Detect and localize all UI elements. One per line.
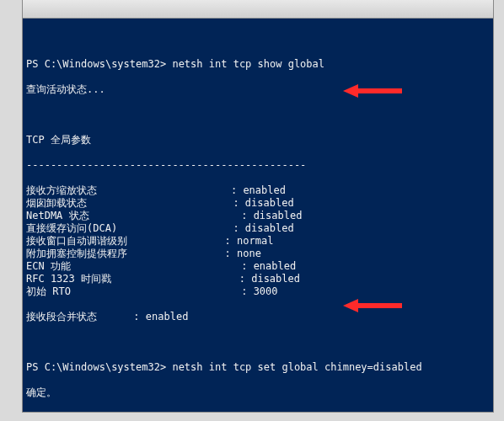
block1-row: 附加拥塞控制提供程序 : none <box>26 248 493 260</box>
block1-row: 接收窗口自动调谐级别 : normal <box>26 235 493 248</box>
section-header-1: TCP 全局参数 <box>26 134 493 147</box>
block1-row: 接收方缩放状态 : enabled <box>26 184 493 197</box>
merge-label-1: 接收段合并状态 <box>26 311 97 322</box>
powershell-window: PS C:\Windows\system32> netsh int tcp sh… <box>22 0 494 413</box>
block1-row: RFC 1323 时间戳 : disabled <box>26 273 493 285</box>
block1-row: 烟囱卸载状态 : disabled <box>26 197 493 210</box>
divider-1: ----------------------------------------… <box>26 159 493 172</box>
cmd-set-chimney: netsh int tcp set global chimney=disable… <box>172 361 421 373</box>
block1-row: ECN 功能 : enabled <box>26 260 493 273</box>
window-titlebar[interactable] <box>23 0 493 19</box>
prompt: PS C:\Windows\system32> <box>26 361 166 373</box>
terminal-content[interactable]: PS C:\Windows\system32> netsh int tcp sh… <box>23 19 493 421</box>
prompt: PS C:\Windows\system32> <box>26 58 166 70</box>
cmd-show-1: netsh int tcp show global <box>172 58 324 70</box>
block1-row: 直接缓存访问(DCA) : disabled <box>26 222 493 235</box>
query-status-1: 查询活动状态... <box>26 83 493 96</box>
merge-value-1: enabled <box>146 311 189 322</box>
block1-row: 初始 RTO : 3000 <box>26 285 493 298</box>
ok-1: 确定。 <box>26 386 493 399</box>
block1-row: NetDMA 状态 : disabled <box>26 210 493 222</box>
